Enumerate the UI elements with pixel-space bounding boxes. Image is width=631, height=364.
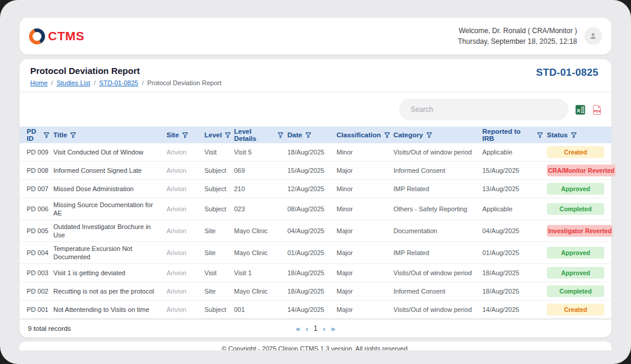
table-body: PD 009Visit Conducted Out of WindowArivi… <box>20 143 611 319</box>
table-row[interactable]: PD 001Not Attentending to Visits on time… <box>20 301 611 319</box>
welcome-text: Welcome, Dr. Ronald ( CRA/Monitor ) <box>458 25 577 36</box>
column-header-label: Date <box>287 131 302 138</box>
breadcrumb-item[interactable]: Home <box>30 79 47 86</box>
cell-classification: Major <box>335 165 392 176</box>
user-avatar-button[interactable] <box>584 27 602 45</box>
table-footer: 9 total records « ‹ 1 › » <box>20 319 611 337</box>
filter-funnel-icon[interactable] <box>70 132 76 138</box>
ctms-logo-icon <box>29 28 45 44</box>
total-records-label: 9 total records <box>28 325 71 332</box>
cell-category: Visits/Out of window period <box>392 146 481 158</box>
filter-funnel-icon[interactable] <box>571 132 577 138</box>
cell-title: Missing Source Documentation for AE <box>52 198 165 220</box>
cell-site: Arivion <box>165 267 203 279</box>
column-header[interactable]: PD ID <box>25 128 52 142</box>
cell-reported-to-irb: 13/Aug/2025 <box>481 183 545 195</box>
cell-level: Subject <box>203 203 232 215</box>
cell-site: Arivion <box>165 146 203 158</box>
pagination-last-button[interactable]: » <box>331 324 335 333</box>
column-header[interactable]: Category <box>392 131 481 138</box>
status-badge: Created <box>547 146 604 158</box>
table-row[interactable]: PD 003Visit 1 is getting deviatedArivion… <box>20 264 611 282</box>
cell-level-details: Mayo Clinic <box>232 247 286 259</box>
cell-category: Documentation <box>392 225 481 237</box>
cell-site: Arivion <box>165 183 203 195</box>
cell-classification: Major <box>335 225 392 237</box>
cell-category: Informed Consent <box>392 165 481 176</box>
cell-site: Arivion <box>165 225 203 237</box>
cell-level: Visit <box>203 146 232 158</box>
cell-reported-to-irb: 01/Aug/2025 <box>481 247 545 259</box>
filter-funnel-icon[interactable] <box>426 132 433 138</box>
app-window: CTMS Welcome, Dr. Ronald ( CRA/Monitor )… <box>0 0 631 364</box>
study-id-label: STD-01-0825 <box>536 67 598 79</box>
cell-pd-id: PD 008 <box>25 165 52 176</box>
cell-classification: Major <box>335 304 392 315</box>
column-header[interactable]: Date <box>286 131 335 138</box>
filter-funnel-icon[interactable] <box>305 132 312 138</box>
cell-status: Approved <box>545 244 606 261</box>
column-header[interactable]: Status <box>545 131 606 138</box>
cell-status: Approved <box>545 181 606 197</box>
breadcrumb-item[interactable]: Studies List <box>56 79 90 86</box>
column-header[interactable]: Level Details <box>232 128 286 142</box>
table-row[interactable]: PD 005Outdated Investigator Brochure in … <box>20 220 611 242</box>
cell-date: 18/Aug/2025 <box>286 267 335 279</box>
column-header-label: Level <box>204 131 222 138</box>
cell-date: 14/Aug/2025 <box>286 304 335 315</box>
cell-level: Site <box>203 247 232 259</box>
status-badge: CRA/Monitor Reverted <box>547 165 616 176</box>
export-excel-button[interactable]: X <box>575 105 585 115</box>
copyright-text: © Copyright - 2025 Clinion CTMS 1.3 vers… <box>20 342 611 350</box>
cell-level: Subject <box>203 165 232 176</box>
column-header-label: Classification <box>337 131 381 138</box>
column-header[interactable]: Title <box>52 131 165 138</box>
filter-funnel-icon[interactable] <box>43 132 50 138</box>
breadcrumb-item[interactable]: STD-01-0825 <box>99 79 138 86</box>
table-row[interactable]: PD 002Recutting is not as per the protoc… <box>20 282 611 301</box>
export-pdf-button[interactable]: PDF <box>592 105 602 115</box>
column-header[interactable]: Classification <box>335 131 392 138</box>
cell-category: IMP Related <box>392 247 481 259</box>
filter-funnel-icon[interactable] <box>537 132 543 138</box>
column-header[interactable]: Reported to IRB <box>481 128 545 142</box>
pagination-prev-button[interactable]: ‹ <box>306 324 308 333</box>
table-row[interactable]: PD 007Missed Dose AdministrationArivionS… <box>20 180 611 198</box>
cell-classification: Minor <box>335 183 392 195</box>
ctms-logo[interactable]: CTMS <box>29 28 85 44</box>
cell-status: Created <box>545 144 606 160</box>
column-header[interactable]: Level <box>203 131 232 138</box>
cell-category: Visits/Out of window period <box>392 304 481 315</box>
cell-category: Visits/Out of window period <box>392 267 481 279</box>
cell-level-details: 023 <box>232 203 286 215</box>
table-row[interactable]: PD 004Temperature Excursion Not Document… <box>20 242 611 264</box>
pagination-current-page[interactable]: 1 <box>313 324 318 333</box>
table-row[interactable]: PD 008Informed Consent Signed LateArivio… <box>20 162 611 180</box>
cell-site: Arivion <box>165 203 203 215</box>
filter-funnel-icon[interactable] <box>182 132 188 138</box>
cell-level: Subject <box>203 304 232 315</box>
status-badge: Created <box>547 304 604 315</box>
filter-funnel-icon[interactable] <box>384 132 390 138</box>
cell-reported-to-irb: 18/Aug/2025 <box>481 267 545 279</box>
cell-level-details: Visit 5 <box>232 146 286 158</box>
cell-pd-id: PD 004 <box>25 247 52 259</box>
cell-level: Site <box>203 285 232 297</box>
svg-text:PDF: PDF <box>594 109 601 112</box>
filter-funnel-icon[interactable] <box>225 132 231 138</box>
status-badge: Approved <box>547 267 604 279</box>
cell-status: CRA/Monitor Reverted <box>545 162 617 179</box>
table-row[interactable]: PD 006Missing Source Documentation for A… <box>20 198 611 220</box>
column-header[interactable]: Site <box>165 131 203 138</box>
cell-category: Informed Consent <box>392 285 481 297</box>
cell-reported-to-irb: Applicable <box>481 203 545 215</box>
pagination-first-button[interactable]: « <box>296 324 300 333</box>
search-input[interactable] <box>409 105 558 114</box>
cell-classification: Major <box>335 247 392 259</box>
cell-level-details: 001 <box>232 304 286 315</box>
copyright-bar: © Copyright - 2025 Clinion CTMS 1.3 vers… <box>20 342 611 350</box>
pagination-next-button[interactable]: › <box>323 324 325 333</box>
column-header-label: Title <box>53 131 67 138</box>
filter-funnel-icon[interactable] <box>277 132 284 138</box>
table-row[interactable]: PD 009Visit Conducted Out of WindowArivi… <box>20 143 611 162</box>
